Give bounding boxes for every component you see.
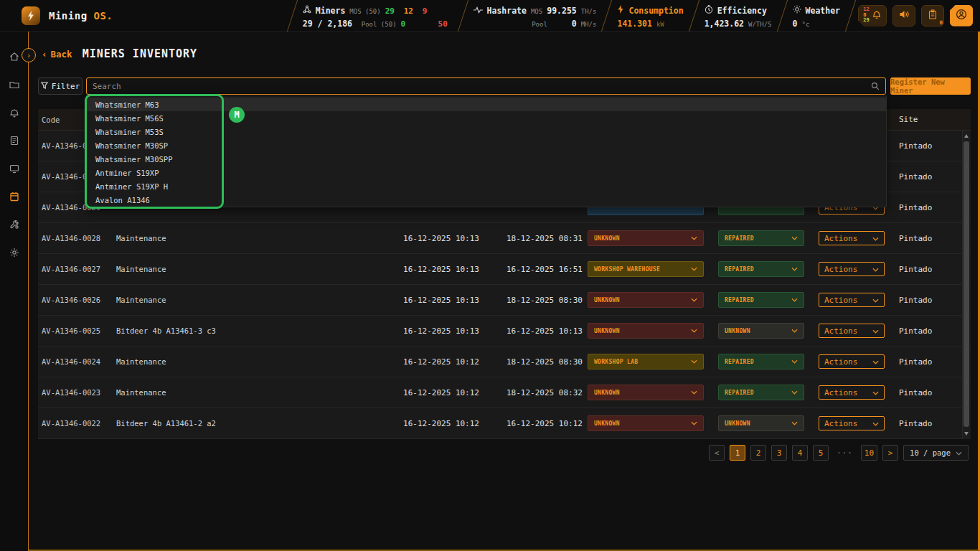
miner-site: Pintado xyxy=(899,357,960,367)
app-logo[interactable]: Mining OS. xyxy=(0,6,113,25)
sidebar-item-reports[interactable] xyxy=(8,134,21,147)
chevron-down-icon xyxy=(691,390,697,396)
chevron-down-icon xyxy=(791,328,798,334)
page-button[interactable]: 2 xyxy=(750,445,766,461)
top-header-bar: Mining OS. Miners MOS (50) 29 12 9 29 / … xyxy=(0,0,980,32)
page-button[interactable]: 4 xyxy=(792,445,808,461)
pagination-next-button[interactable]: > xyxy=(882,445,898,461)
table-row: AV-A1346-0024Maintenance16-12-2025 10:12… xyxy=(38,347,971,377)
model-option[interactable]: Whatsminer M56S xyxy=(87,111,886,125)
actions-label: Actions xyxy=(824,326,857,336)
miner-code: AV-A1346-0028 xyxy=(42,234,116,242)
search-input[interactable] xyxy=(93,82,871,91)
model-option[interactable]: Whatsminer M63 xyxy=(87,98,886,111)
pagination-prev-button[interactable]: < xyxy=(709,445,725,461)
date-updated: 18-12-2025 08:31 xyxy=(507,234,588,243)
location-status-select[interactable]: UNKNOWN xyxy=(588,292,704,308)
sound-button[interactable] xyxy=(892,5,915,27)
actions-dropdown-button[interactable]: Actions xyxy=(819,416,885,430)
tasks-button[interactable]: 0 xyxy=(921,5,944,27)
left-sidebar xyxy=(0,32,29,551)
model-option[interactable]: Avalon A1346 xyxy=(87,193,886,207)
repair-status-select[interactable]: REPAIRED xyxy=(718,385,804,400)
repair-status-select[interactable]: UNKNOWN xyxy=(718,323,804,339)
notifications-button[interactable]: 12 0 29 xyxy=(858,5,887,27)
sidebar-item-monitoring[interactable] xyxy=(8,162,21,175)
date-created: 16-12-2025 10:13 xyxy=(361,265,479,274)
location-status-select[interactable]: UNKNOWN xyxy=(588,415,704,431)
model-option[interactable]: Whatsminer M30SP xyxy=(87,138,886,152)
table-row: AV-A1346-0026Maintenance16-12-2025 10:13… xyxy=(38,285,971,316)
location-status-select[interactable]: WORKSHOP LAB xyxy=(588,354,704,369)
chevron-down-icon xyxy=(691,328,697,334)
miner-code: AV-A1346-0027 xyxy=(42,265,116,273)
actions-dropdown-button[interactable]: Actions xyxy=(819,293,885,307)
status-label: REPAIRED xyxy=(725,235,754,242)
repair-status-select[interactable]: UNKNOWN xyxy=(718,415,804,431)
actions-dropdown-button[interactable]: Actions xyxy=(819,324,885,338)
model-option[interactable]: Whatsminer M53S xyxy=(87,125,886,138)
chevron-down-icon xyxy=(872,357,879,367)
actions-dropdown-button[interactable]: Actions xyxy=(819,231,885,245)
page-size-select[interactable]: 10 / page xyxy=(903,445,969,461)
chevron-down-icon xyxy=(691,235,697,242)
location-status-select[interactable]: UNKNOWN xyxy=(588,323,704,339)
repair-status-select[interactable]: REPAIRED xyxy=(718,354,804,369)
clock-icon xyxy=(705,3,713,17)
location-status-select[interactable]: WORKSHOP WAREHOUSE xyxy=(588,261,704,277)
miner-location: 1-2_a2 xyxy=(189,419,361,428)
page-button[interactable]: 1 xyxy=(730,445,745,461)
filter-button[interactable]: Filter xyxy=(38,77,83,95)
efficiency-stat: Efficiency 1,423.62 W/TH/S xyxy=(696,0,781,32)
actions-dropdown-button[interactable]: Actions xyxy=(819,262,885,276)
date-created: 16-12-2025 10:13 xyxy=(361,296,479,305)
actions-dropdown-button[interactable]: Actions xyxy=(819,354,885,369)
actions-dropdown-button[interactable]: Actions xyxy=(819,385,885,400)
page-button[interactable]: 5 xyxy=(813,445,829,461)
chevron-down-icon xyxy=(956,448,962,457)
date-created: 16-12-2025 10:13 xyxy=(361,234,479,243)
scroll-down-arrow-icon[interactable] xyxy=(964,432,969,435)
sidebar-item-settings[interactable] xyxy=(8,246,21,259)
status-label: UNKNOWN xyxy=(594,420,620,427)
miner-site: Pintado xyxy=(899,234,960,243)
chevron-down-icon xyxy=(691,420,697,427)
miner-model: Maintenance xyxy=(116,265,189,273)
repair-status-select[interactable]: REPAIRED xyxy=(718,230,804,246)
scrollbar-thumb[interactable] xyxy=(963,141,969,427)
back-button[interactable]: ‹ Back xyxy=(42,49,72,60)
sidebar-item-home[interactable] xyxy=(8,50,21,63)
model-option[interactable]: Whatsminer M30SPP xyxy=(87,152,886,166)
status-label: UNKNOWN xyxy=(594,390,620,396)
sidebar-item-folders[interactable] xyxy=(8,78,21,91)
chevron-down-icon xyxy=(872,326,879,336)
model-option[interactable]: Antminer S19XP xyxy=(87,166,886,179)
miner-model: Bitdeer 4b A1346 xyxy=(116,419,189,428)
miner-model: Maintenance xyxy=(116,357,189,366)
actions-label: Actions xyxy=(824,296,857,305)
register-new-miner-button[interactable]: Register New Miner xyxy=(890,77,971,95)
sidebar-expand-button[interactable]: › xyxy=(22,48,36,62)
location-status-select[interactable]: UNKNOWN xyxy=(588,230,704,246)
profile-button[interactable] xyxy=(950,5,973,27)
repair-status-select[interactable]: REPAIRED xyxy=(718,292,804,308)
date-updated: 16-12-2025 10:13 xyxy=(507,326,588,336)
sidebar-item-maintenance[interactable] xyxy=(8,218,21,231)
scroll-up-arrow-icon[interactable] xyxy=(964,134,969,138)
page-button[interactable]: 10 xyxy=(861,445,877,461)
vertical-scrollbar[interactable] xyxy=(962,131,970,439)
header-icon-buttons: 12 0 29 xyxy=(852,0,980,32)
miner-model: Bitdeer 4b A1346 xyxy=(116,326,189,335)
chevron-down-icon xyxy=(872,388,879,397)
miner-site: Pintado xyxy=(899,419,960,428)
sidebar-item-alerts[interactable] xyxy=(8,106,21,119)
location-status-select[interactable]: UNKNOWN xyxy=(588,385,704,400)
status-label: UNKNOWN xyxy=(594,235,620,242)
model-option[interactable]: Antminer S19XP H xyxy=(87,179,886,193)
sidebar-item-inventory-active[interactable] xyxy=(8,190,21,203)
repair-status-select[interactable]: REPAIRED xyxy=(718,261,804,277)
miner-model: Maintenance xyxy=(116,234,189,242)
notification-badges: 12 0 29 xyxy=(863,7,869,24)
page-button[interactable]: 3 xyxy=(771,445,787,461)
actions-label: Actions xyxy=(824,388,857,397)
